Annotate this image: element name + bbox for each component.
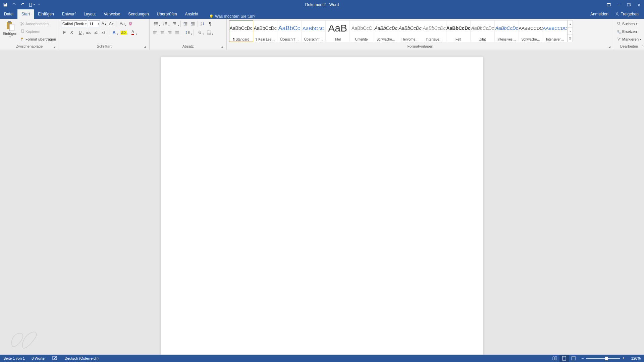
paragraph-launcher[interactable]: ◢ [220, 45, 224, 49]
copy-button[interactable]: Kopieren [19, 28, 57, 35]
align-center-button[interactable] [159, 29, 166, 36]
font-size-combo[interactable]: 11▾ [88, 20, 100, 27]
tab-verweise[interactable]: Verweise [100, 9, 124, 19]
superscript-button[interactable]: x2 [100, 29, 107, 36]
zoom-thumb[interactable] [605, 357, 608, 360]
align-right-button[interactable] [166, 29, 173, 36]
font-name-combo[interactable]: Calibri (Textk▾ [61, 20, 87, 27]
sort-button[interactable]: AZ [199, 20, 206, 27]
gallery-up-button[interactable]: ▴ [568, 20, 573, 28]
tab-file[interactable]: Datei [0, 9, 17, 19]
zoom-level[interactable]: 120% [628, 356, 644, 360]
style-item[interactable]: AaBbCcDcSchwache… [374, 20, 398, 42]
redo-button[interactable] [19, 1, 26, 8]
clear-formatting-button[interactable] [127, 20, 134, 27]
svg-rect-34 [192, 24, 195, 24]
style-preview: AaBbCcC [352, 21, 372, 35]
tab-ueberpruefen[interactable]: Überprüfen [153, 9, 181, 19]
view-print-layout-button[interactable] [559, 355, 569, 362]
view-read-mode-button[interactable] [550, 355, 559, 362]
share-button[interactable]: Freigeben [613, 9, 641, 19]
minimize-button[interactable]: ─ [614, 0, 624, 9]
tab-einfuegen[interactable]: Einfügen [34, 9, 58, 19]
select-button[interactable]: Markieren ▾ [616, 36, 642, 43]
tab-ansicht[interactable]: Ansicht [181, 9, 202, 19]
increase-indent-button[interactable] [190, 20, 196, 27]
numbering-button[interactable]: 123▾ [161, 20, 170, 27]
style-item[interactable]: AABBCCDCIntensiver… [543, 20, 567, 42]
zoom-track[interactable] [586, 358, 620, 359]
replace-button[interactable]: abac Ersetzen [616, 28, 642, 35]
format-painter-icon [20, 37, 25, 42]
shading-button[interactable]: ▾ [195, 29, 204, 36]
status-words[interactable]: 0 Wörter [28, 355, 49, 362]
document-page[interactable] [161, 57, 483, 355]
signin-button[interactable]: Anmelden [588, 9, 610, 19]
style-item[interactable]: AaBbCcÜberschrif… [277, 20, 302, 42]
maximize-button[interactable] [624, 0, 634, 9]
clipboard-launcher[interactable]: ◢ [52, 45, 56, 49]
align-left-button[interactable] [152, 29, 158, 36]
justify-button[interactable] [174, 29, 180, 36]
decrease-indent-button[interactable] [182, 20, 189, 27]
style-item[interactable]: AaBbCcDc¶ Kein Lee… [253, 20, 277, 42]
style-item[interactable]: AABBCCDCSchwache… [519, 20, 543, 42]
tab-start[interactable]: Start [17, 9, 34, 19]
undo-button[interactable] [11, 1, 17, 8]
indent-icon [191, 21, 195, 26]
multilevel-list-button[interactable]: ▾ [170, 20, 179, 27]
grow-font-button[interactable]: A▲ [101, 20, 107, 27]
shrink-font-button[interactable]: A▼ [108, 20, 115, 27]
borders-button[interactable]: ▾ [205, 29, 213, 36]
style-name: Untertitel [355, 38, 369, 41]
qat-customize-button[interactable]: ⁼ [37, 1, 41, 8]
find-button[interactable]: Suchen ▾ [616, 20, 642, 27]
document-icon [29, 2, 33, 7]
strikethrough-button[interactable]: abc [85, 29, 92, 36]
ribbon-display-options-button[interactable] [604, 0, 614, 9]
show-marks-button[interactable]: ¶ [207, 20, 213, 27]
style-item[interactable]: AaBbCcCÜberschrif… [302, 20, 326, 42]
collapse-ribbon-button[interactable]: ˆ [642, 45, 643, 49]
svg-rect-63 [562, 356, 566, 360]
status-language[interactable]: Deutsch (Österreich) [61, 355, 102, 362]
style-item[interactable]: AaBTitel [326, 20, 350, 42]
tab-sendungen[interactable]: Sendungen [124, 9, 153, 19]
change-case-button[interactable]: Aa▾ [118, 20, 126, 27]
italic-button[interactable]: K [68, 29, 75, 36]
view-web-layout-button[interactable] [569, 355, 578, 362]
zoom-in-button[interactable]: + [621, 356, 626, 361]
tab-entwurf[interactable]: Entwurf [58, 9, 80, 19]
status-proofing[interactable] [49, 355, 61, 362]
close-button[interactable]: ✕ [634, 0, 644, 9]
gallery-down-button[interactable]: ▾ [568, 28, 573, 35]
line-spacing-button[interactable]: ▾ [183, 29, 192, 36]
tell-me-search[interactable]: 💡 Was möchten Sie tun? [209, 14, 255, 19]
underline-button[interactable]: U▾ [76, 29, 85, 36]
tab-layout[interactable]: Layout [79, 9, 100, 19]
gallery-more-button[interactable] [568, 35, 573, 42]
font-launcher[interactable]: ◢ [143, 45, 147, 49]
style-item[interactable]: AaBbCcDcZitat [471, 20, 495, 42]
bold-button[interactable]: F [61, 29, 68, 36]
text-effects-button[interactable]: A▾ [110, 29, 118, 36]
bullets-button[interactable]: ▾ [152, 20, 160, 27]
style-item[interactable]: AaBbCcDcIntensive… [422, 20, 446, 42]
style-item[interactable]: AaBbCcDcFett [446, 20, 471, 42]
style-item[interactable]: AaBbCcDcIntensives… [495, 20, 519, 42]
style-preview: AaBbCcDc [423, 21, 445, 35]
save-button[interactable] [2, 1, 9, 8]
styles-launcher[interactable]: ◢ [607, 45, 611, 49]
style-item[interactable]: AaBbCcDcHervorhe… [398, 20, 422, 42]
status-page[interactable]: Seite 1 von 1 [0, 355, 28, 362]
style-item[interactable]: AaBbCcCUntertitel [350, 20, 374, 42]
cut-button[interactable]: Ausschneiden [19, 20, 57, 27]
format-painter-button[interactable]: Format übertragen [19, 36, 57, 43]
qat-more-button[interactable]: ▾ [28, 1, 35, 8]
style-item[interactable]: AaBbCcDc¶ Standard [229, 20, 253, 42]
font-color-button[interactable]: A▾ [128, 29, 137, 36]
paste-button[interactable]: Einfügen ▾ [2, 20, 18, 39]
highlight-button[interactable]: ab▾ [119, 29, 128, 36]
zoom-out-button[interactable]: − [580, 356, 585, 361]
subscript-button[interactable]: x2 [93, 29, 99, 36]
